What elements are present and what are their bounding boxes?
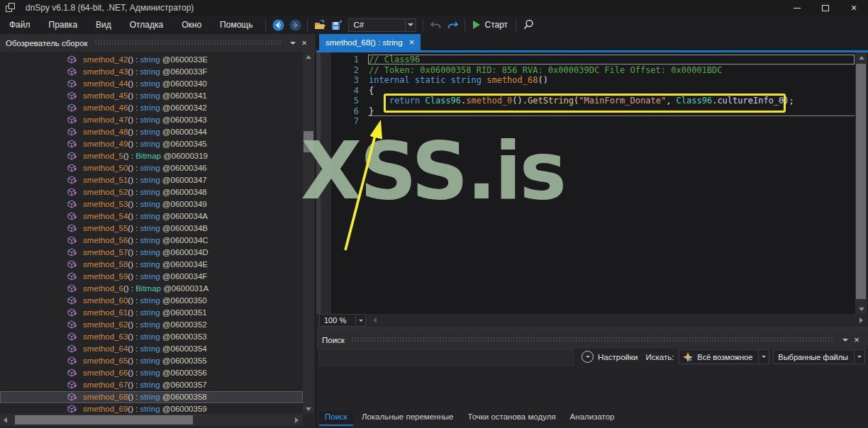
menu-item-4[interactable]: Окно: [172, 16, 211, 34]
maximize-button[interactable]: [811, 0, 840, 16]
tree-row-smethod_61[interactable]: ♥smethod_61() : string @06000351: [0, 307, 303, 319]
bottom-tab-2[interactable]: Точки останова модуля: [462, 411, 562, 426]
tree-row-smethod_55[interactable]: ♥smethod_55() : string @0600034B: [0, 223, 303, 235]
tree-row-smethod_64[interactable]: ♥smethod_64() : string @06000354: [0, 343, 303, 355]
document-tab[interactable]: smethod_68() : string ×: [319, 34, 421, 50]
code-line-3[interactable]: 3internal static string smethod_68(): [316, 75, 855, 86]
document-tab-label: smethod_68() : string: [326, 38, 403, 47]
tree-row-label: smethod_69() : string @06000359: [83, 403, 207, 414]
tree-row-smethod_57[interactable]: ♥smethod_57() : string @0600034D: [0, 247, 303, 259]
search-input[interactable]: [319, 349, 574, 366]
dnspy-logo-icon: [6, 3, 17, 13]
tree-row-smethod_67[interactable]: ♥smethod_67() : string @06000357: [0, 379, 303, 391]
panel-close-icon[interactable]: ×: [851, 334, 862, 345]
code-line-2[interactable]: 2// Token: 0x06000358 RID: 856 RVA: 0x00…: [316, 65, 855, 76]
search-icon[interactable]: [520, 17, 537, 33]
save-all-button[interactable]: [328, 17, 345, 33]
language-dropdown-button[interactable]: [405, 19, 416, 31]
open-file-button[interactable]: [311, 17, 328, 33]
tree-row-smethod_51[interactable]: ♥smethod_51() : string @06000347: [0, 174, 303, 186]
tree-row-smethod_42[interactable]: ♥smethod_42() : string @0600033E: [0, 54, 303, 66]
language-select[interactable]: C#: [348, 18, 416, 32]
bottom-tab-1[interactable]: Локальные переменные: [356, 411, 460, 426]
scroll-up-icon[interactable]: [303, 52, 314, 62]
scroll-down-icon[interactable]: [303, 404, 314, 414]
minimize-button[interactable]: [783, 0, 811, 16]
close-button[interactable]: ×: [840, 0, 868, 16]
bottom-tab-3[interactable]: Анализатор: [564, 411, 621, 426]
panel-menu-chevron-icon[interactable]: [287, 42, 299, 45]
tree-row-smethod_43[interactable]: ♥smethod_43() : string @0600033F: [0, 66, 303, 78]
code-line-1[interactable]: 1// Class96: [316, 55, 855, 65]
navigate-back-button[interactable]: [269, 17, 286, 33]
scroll-down-icon[interactable]: [855, 304, 867, 314]
tree-row-smethod_48[interactable]: ♥smethod_48() : string @06000344: [0, 126, 303, 138]
tree-row-smethod_58[interactable]: ♥smethod_58() : string @0600034E: [0, 259, 303, 271]
code-line-4[interactable]: 4{: [316, 86, 855, 96]
tree-row-label: smethod_66() : string @06000356: [83, 367, 207, 379]
tree-row-smethod_59[interactable]: ♥smethod_59() : string @0600034F: [0, 271, 303, 283]
tree-row-smethod_62[interactable]: ♥smethod_62() : string @06000352: [0, 319, 303, 331]
tree-row-smethod_5[interactable]: ♥smethod_5() : Bitmap @06000319: [0, 150, 303, 162]
start-debug-button[interactable]: Старт: [469, 20, 512, 30]
tree-hscroll-thumb[interactable]: [15, 415, 193, 424]
code-editor[interactable]: 1// Class962// Token: 0x06000358 RID: 85…: [316, 52, 868, 348]
tree-row-smethod_47[interactable]: ♥smethod_47() : string @06000343: [0, 114, 303, 126]
tree-row-smethod_69[interactable]: ♥smethod_69() : string @06000359: [0, 403, 303, 414]
tree-row-smethod_54[interactable]: ♥smethod_54() : string @0600034A: [0, 210, 303, 223]
tree-row-smethod_65[interactable]: ♥smethod_65() : string @06000355: [0, 355, 303, 367]
tree-row-label: smethod_49() : string @06000345: [83, 138, 207, 150]
bottom-tab-0[interactable]: Поиск: [319, 411, 353, 426]
toolbar-separator: [265, 19, 266, 31]
editor-vertical-scrollbar[interactable]: [855, 52, 867, 314]
tree-row-smethod_45[interactable]: ♥smethod_45() : string @06000341: [0, 90, 303, 102]
scroll-left-icon[interactable]: [369, 315, 380, 327]
tree-vertical-scrollbar[interactable]: [303, 52, 314, 414]
code-text: }: [369, 106, 374, 117]
code-line-6[interactable]: 6}: [316, 106, 855, 117]
panel-menu-chevron-icon[interactable]: [840, 339, 851, 342]
undo-icon[interactable]: [427, 17, 444, 33]
tree-row-smethod_53[interactable]: ♥smethod_53() : string @06000349: [0, 198, 303, 210]
code-line-5[interactable]: 5 return Class96.smethod_0().GetString("…: [316, 96, 855, 106]
tree-row-smethod_56[interactable]: ♥smethod_56() : string @0600034C: [0, 235, 303, 247]
settings-toggle[interactable]: Настройки: [582, 351, 638, 363]
menu-item-0[interactable]: Файл: [0, 16, 40, 34]
panel-close-icon[interactable]: ×: [299, 38, 310, 48]
scroll-up-icon[interactable]: [855, 52, 867, 62]
tree-row-smethod_52[interactable]: ♥smethod_52() : string @06000348: [0, 186, 303, 198]
bottom-tabstrip: ПоискЛокальные переменныеТочки останова …: [319, 411, 621, 426]
scroll-right-icon[interactable]: [291, 414, 301, 426]
redo-icon[interactable]: [444, 17, 461, 33]
tree-row-smethod_50[interactable]: ♥smethod_50() : string @06000346: [0, 162, 303, 174]
editor-vscroll-thumb[interactable]: [856, 64, 866, 299]
tree-row-smethod_60[interactable]: ♥smethod_60() : string @06000350: [0, 295, 303, 307]
tree-horizontal-scrollbar[interactable]: [0, 414, 303, 426]
files-dropdown-button[interactable]: [854, 350, 864, 364]
tree-row-smethod_68[interactable]: ♥smethod_68() : string @06000358: [0, 391, 303, 403]
scroll-left-icon[interactable]: [0, 414, 10, 426]
tree-row-smethod_66[interactable]: ♥smethod_66() : string @06000356: [0, 367, 303, 379]
menu-item-5[interactable]: Помощь: [211, 16, 262, 34]
navigate-forward-button[interactable]: [286, 17, 304, 33]
menu-item-1[interactable]: Правка: [40, 16, 87, 34]
scroll-right-icon[interactable]: [855, 315, 867, 327]
tree-row-smethod_6[interactable]: ♥smethod_6() : Bitmap @0600031A: [0, 283, 303, 295]
tree-row-smethod_46[interactable]: ♥smethod_46() : string @06000342: [0, 102, 303, 114]
zoom-level-select[interactable]: 100 %: [319, 314, 366, 327]
tree-row-smethod_63[interactable]: ♥smethod_63() : string @06000353: [0, 331, 303, 343]
menu-item-2[interactable]: Вид: [87, 16, 121, 34]
tree-row-smethod_49[interactable]: ♥smethod_49() : string @06000345: [0, 138, 303, 150]
tree-row-smethod_44[interactable]: ♥smethod_44() : string @06000340: [0, 78, 303, 90]
tab-close-icon[interactable]: ×: [409, 37, 415, 47]
search-scope-select[interactable]: Всё возможное: [679, 349, 769, 364]
code-line-7[interactable]: 7: [316, 116, 855, 127]
scope-dropdown-button[interactable]: [758, 350, 769, 364]
zoom-dropdown-button[interactable]: [355, 315, 365, 326]
editor-zoom-row: 100 %: [316, 314, 868, 327]
menu-item-3[interactable]: Отладка: [121, 16, 172, 34]
search-files-select[interactable]: Выбранные файлы: [773, 349, 865, 364]
tree-vscroll-thumb[interactable]: [304, 131, 313, 152]
tree-row-label: smethod_45() : string @06000341: [83, 90, 207, 102]
tree-row-label: smethod_56() : string @0600034C: [83, 235, 208, 247]
